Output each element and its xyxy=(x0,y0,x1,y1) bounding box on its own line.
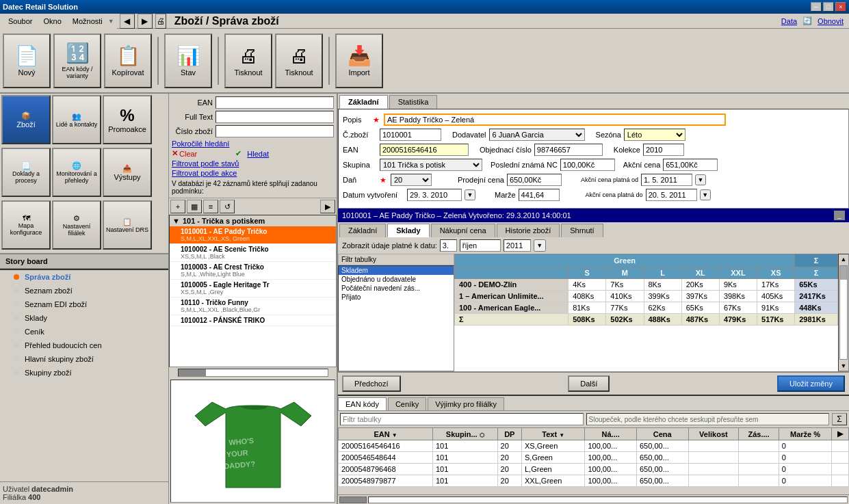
tab-historie[interactable]: Historie zboží xyxy=(497,224,560,237)
sidebar-doklady-button[interactable]: 📃 Doklady a procesy xyxy=(1,148,51,197)
dan-select[interactable]: 20 xyxy=(391,174,432,186)
data-link[interactable]: Data xyxy=(781,17,797,25)
tree-scrollbar[interactable] xyxy=(169,367,337,378)
advanced-search-link[interactable]: Pokročilé hledání xyxy=(172,140,229,148)
nav-hlavni-skupiny[interactable]: Hlavní skupiny zboží xyxy=(0,352,168,366)
obj-cislo-input[interactable] xyxy=(534,144,603,156)
close-button[interactable]: × xyxy=(835,2,846,12)
date-cal-button[interactable]: ▼ xyxy=(534,239,546,252)
tab-shruti[interactable]: Shrnutí xyxy=(561,224,603,237)
save-button[interactable]: Uložit změny xyxy=(777,375,845,392)
clear-button[interactable]: ✕ Clear xyxy=(172,149,197,158)
tab-zakladni[interactable]: Základní xyxy=(339,95,388,109)
tree-add-button[interactable]: + xyxy=(170,200,185,213)
sidebar-mapa-button[interactable]: 🗺 Mapa konfigurace xyxy=(1,200,51,250)
toolbar-copy-button[interactable]: 📋 Kopírovat xyxy=(104,34,152,88)
datum-input[interactable] xyxy=(407,189,462,201)
maximize-button[interactable]: □ xyxy=(823,2,834,12)
forward-button[interactable]: ▶ xyxy=(138,14,153,29)
akcni-platna-do-input[interactable] xyxy=(646,189,697,201)
nav-skupiny-zbozi[interactable]: Skupiny zboží xyxy=(0,366,168,380)
date-day-input[interactable] xyxy=(440,239,457,252)
ean-field-input[interactable] xyxy=(380,144,469,156)
toolbar-ean-button[interactable]: 🔢 EAN kódy / varianty xyxy=(53,34,101,88)
toolbar-print1-button[interactable]: 🖨 Tisknout xyxy=(224,34,272,88)
prev-button[interactable]: Předchozí xyxy=(342,375,401,392)
minimize-button[interactable]: ─ xyxy=(811,2,822,12)
tab-statistika[interactable]: Statistika xyxy=(389,95,438,109)
tree-item-3[interactable]: 1010003 - AE Crest Tričko S,M,L ,White,L… xyxy=(170,262,336,280)
posledni-nc-input[interactable] xyxy=(560,159,615,171)
status-objednano[interactable]: Objednáno u dodavatele xyxy=(339,275,454,284)
popis-input[interactable] xyxy=(384,114,726,126)
kolekce-input[interactable] xyxy=(643,144,684,156)
prodejni-cena-input[interactable] xyxy=(507,174,562,186)
akcni-cena-input[interactable] xyxy=(663,159,718,171)
akcni-platna-od-input[interactable] xyxy=(641,174,692,186)
scroll-up-btn[interactable]: ▲ xyxy=(839,254,848,264)
date-month-input[interactable] xyxy=(460,239,501,252)
tab-detail-zakladni[interactable]: Základní xyxy=(339,224,386,237)
status-prijato[interactable]: Přijato xyxy=(339,293,454,302)
skupina-select[interactable]: 101 Trička s potisk xyxy=(380,159,482,171)
grid-scrollbar-v[interactable]: ▲ ▼ xyxy=(838,254,849,371)
dodavatel-select[interactable]: 6 JuanA Garcia xyxy=(489,129,585,141)
tree-refresh-button[interactable]: ↺ xyxy=(220,200,235,213)
menu-soubor[interactable]: Soubor xyxy=(3,16,38,27)
toolbar-print2-button[interactable]: 🖨 Tisknout xyxy=(275,34,323,88)
cislo-zbozi-input[interactable] xyxy=(380,129,441,141)
ean-tab-ceniky[interactable]: Ceníky xyxy=(388,397,426,410)
date-picker-do-button[interactable]: ▼ xyxy=(700,189,711,200)
toolbar-stav-button[interactable]: 📊 Stav xyxy=(164,34,212,88)
sidebar-promo-button[interactable]: % Promoakce xyxy=(103,95,152,144)
sidebar-vystupy-button[interactable]: 📤 Výstupy xyxy=(103,148,152,197)
sidebar-monitoring-button[interactable]: 🌐 Monitorování a přehledy xyxy=(52,148,101,197)
date-picker-datum-button[interactable]: ▼ xyxy=(465,189,475,200)
ean-scrollbar-h[interactable] xyxy=(338,494,849,504)
fulltext-input[interactable] xyxy=(215,111,334,123)
tree-group-101[interactable]: ▼ 101 - Trička s potiskem xyxy=(170,215,336,226)
sidebar-drs-button[interactable]: 📋 Nastavení DRS xyxy=(103,200,152,250)
sidebar-lide-button[interactable]: 👥 Lidé a kontakty xyxy=(52,95,101,144)
ean-sigma-btn[interactable]: Σ xyxy=(832,413,847,425)
status-pocatecni[interactable]: Počáteční navedení zás... xyxy=(339,284,454,293)
tree-list-button[interactable]: ≡ xyxy=(203,200,218,213)
sidebar-zbozi-button[interactable]: 📦 Zboží xyxy=(1,95,51,144)
tree-item-4[interactable]: 1010005 - Eagle Heritage Tr XS,S,M,L ,Gr… xyxy=(170,280,336,297)
tree-item-6[interactable]: 1010012 - PÁNSKÉ TRIKO xyxy=(170,315,336,326)
date-picker-od-button[interactable]: ▼ xyxy=(695,174,706,185)
nav-seznam-zbozi[interactable]: Seznam zboží xyxy=(0,284,168,297)
ean-filter-input[interactable] xyxy=(340,413,584,425)
refresh-link[interactable]: Obnovit xyxy=(818,17,844,25)
nav-sklady[interactable]: Sklady xyxy=(0,311,168,325)
menu-moznosti[interactable]: Možnosti xyxy=(67,16,108,27)
status-skladem[interactable]: Skladem xyxy=(339,266,454,275)
cislo-input[interactable] xyxy=(215,125,334,137)
print-button[interactable]: 🖨 xyxy=(155,14,166,29)
ean-input[interactable] xyxy=(215,96,334,109)
ean-tab-vyjimky[interactable]: Výjimky pro filiálky xyxy=(428,397,504,410)
filter-state-link[interactable]: Filtrovat podle stavů xyxy=(172,159,239,168)
back-button[interactable]: ◀ xyxy=(120,14,135,29)
toolbar-import-button[interactable]: 📥 Import xyxy=(335,34,383,88)
tree-item-1[interactable]: 1010001 - AE Paddy Tričko S,M,L,XL,XXL,X… xyxy=(170,226,336,244)
nav-seznam-edi[interactable]: Seznam EDI zboží xyxy=(0,297,168,311)
tree-scroll-right[interactable]: ▶ xyxy=(320,200,335,213)
sezona-select[interactable]: Léto xyxy=(624,129,685,141)
tree-item-5[interactable]: 10110 - Tričko Funny S,M,L,XL,XXL ,Black… xyxy=(170,297,336,315)
tree-grid-button[interactable]: ▦ xyxy=(187,200,202,213)
toolbar-new-button[interactable]: 📄 Nový xyxy=(3,34,51,88)
next-button[interactable]: Další xyxy=(568,375,610,392)
menu-okno[interactable]: Okno xyxy=(38,16,66,27)
search-button[interactable]: Hledat xyxy=(247,150,269,158)
marze-input[interactable] xyxy=(519,189,560,201)
nav-sprava-zbozi[interactable]: Správa zboží xyxy=(0,270,168,284)
nav-cenik[interactable]: Ceník xyxy=(0,325,168,339)
date-year-input[interactable] xyxy=(504,239,531,252)
filter-action-link[interactable]: Filtrovat podle akce xyxy=(172,169,237,177)
collapse-button[interactable]: _ xyxy=(834,211,845,220)
ean-tab-kody[interactable]: EAN kódy xyxy=(338,397,387,410)
nav-budouci-ceny[interactable]: Přehled budoucích cen xyxy=(0,339,168,352)
scroll-down-btn[interactable]: ▼ xyxy=(839,361,848,371)
tab-detail-sklady[interactable]: Sklady xyxy=(387,224,429,237)
